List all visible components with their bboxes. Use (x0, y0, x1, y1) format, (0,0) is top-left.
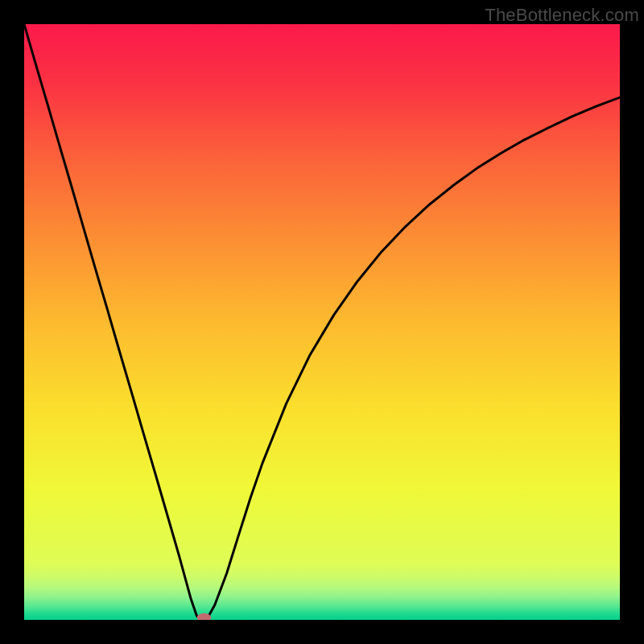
chart-background (24, 24, 620, 620)
chart-frame: TheBottleneck.com (0, 0, 644, 644)
chart-svg (24, 24, 620, 620)
watermark-text: TheBottleneck.com (485, 5, 639, 26)
chart-plot-area (24, 24, 620, 620)
